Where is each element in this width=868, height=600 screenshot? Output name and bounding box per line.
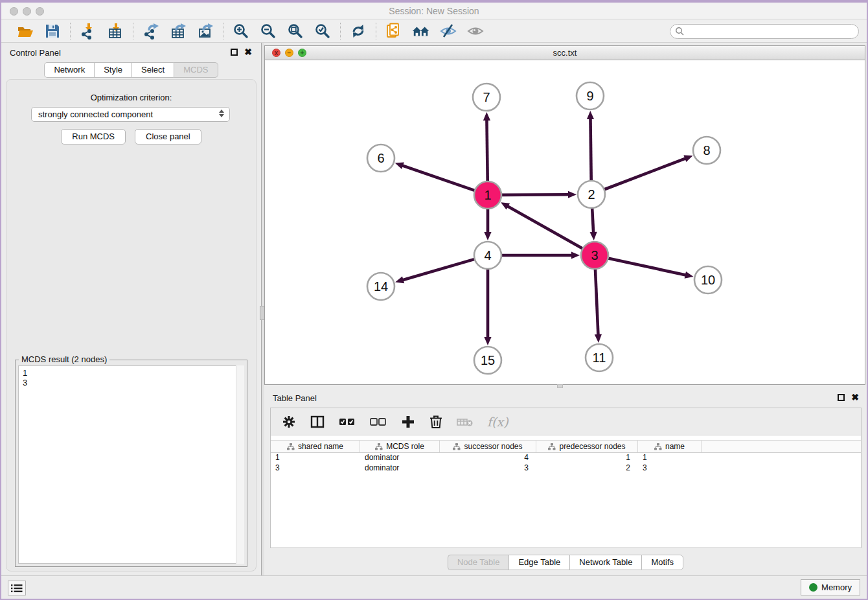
table-panel-tabs: Node TableEdge TableNetwork TableMotifs — [264, 555, 867, 570]
node-label-15: 15 — [481, 353, 495, 367]
app-window: Session: New Session Control Panel ✖ Net… — [0, 0, 868, 600]
arrowhead-1-6 — [395, 162, 404, 169]
table-panel: Table Panel ✖ f(x) shared nameMCDS roles… — [264, 388, 867, 575]
task-history-button[interactable] — [8, 581, 26, 595]
cell-successor-nodes: 4 — [440, 453, 536, 463]
edge-3-10[interactable] — [608, 258, 687, 275]
tab-node-table[interactable]: Node Table — [448, 555, 509, 570]
float-table-panel-icon[interactable] — [838, 394, 845, 401]
network-from-selection-button[interactable] — [385, 22, 403, 40]
table-settings-icon — [281, 414, 297, 430]
column-header-successor-nodes[interactable]: successor nodes — [440, 441, 536, 452]
result-scrollbar[interactable] — [236, 365, 244, 564]
tab-network[interactable]: Network — [44, 62, 94, 78]
search-input[interactable] — [685, 27, 847, 36]
criterion-dropdown[interactable]: strongly connected component — [31, 107, 230, 122]
first-neighbors-button[interactable] — [412, 22, 430, 40]
edge-1-7[interactable] — [486, 119, 487, 181]
control-panel: Control Panel ✖ NetworkStyleSelectMCDS O… — [1, 43, 262, 575]
control-panel-title: Control Panel — [10, 48, 61, 58]
mcds-result-text[interactable]: 1 3 — [18, 365, 244, 564]
tab-edge-table[interactable]: Edge Table — [508, 555, 569, 570]
save-session-button[interactable] — [43, 22, 62, 40]
deselect-all-button[interactable] — [369, 414, 387, 430]
node-label-3: 3 — [591, 248, 598, 262]
criterion-label: Optimization criterion: — [6, 93, 256, 102]
column-header-shared-name[interactable]: shared name — [271, 441, 360, 452]
column-header-name[interactable]: name — [638, 441, 702, 452]
refresh-button[interactable] — [349, 22, 367, 40]
node-label-14: 14 — [374, 279, 388, 294]
select-all-button[interactable] — [338, 414, 356, 430]
edge-3-11[interactable] — [595, 269, 599, 336]
edge-2-3[interactable] — [592, 208, 593, 233]
edge-3-1[interactable] — [507, 206, 583, 249]
close-panel-button[interactable]: Close panel — [135, 129, 201, 144]
edge-1-2[interactable] — [501, 194, 569, 195]
export-network-button[interactable] — [142, 22, 160, 40]
cell-MCDS-role: dominator — [360, 453, 440, 463]
search-box[interactable] — [670, 24, 859, 39]
control-panel-tabs: NetworkStyleSelectMCDS — [1, 62, 261, 78]
zoom-selected-icon — [314, 23, 331, 40]
first-neighbors-icon — [412, 23, 430, 40]
run-mcds-button[interactable]: Run MCDS — [61, 129, 126, 144]
tab-network-table[interactable]: Network Table — [569, 555, 641, 570]
import-network-button[interactable] — [79, 22, 97, 40]
cell-name: 3 — [638, 463, 702, 474]
export-table-button[interactable] — [169, 22, 187, 40]
column-type-icon — [453, 443, 461, 450]
node-label-1: 1 — [484, 188, 491, 202]
network-view-window: x − + scc.txt 1234678910111415 — [264, 45, 865, 385]
memory-button[interactable]: Memory — [801, 579, 860, 595]
export-image-icon — [197, 23, 214, 40]
column-header-MCDS-role[interactable]: MCDS role — [360, 441, 440, 452]
zoom-in-button[interactable] — [232, 22, 250, 40]
table-settings-button[interactable] — [281, 414, 297, 430]
edge-4-14[interactable] — [402, 259, 475, 281]
title-bar: Session: New Session — [1, 3, 867, 19]
add-row-button[interactable] — [400, 414, 416, 430]
table-row[interactable]: 1dominator411 — [271, 453, 861, 463]
zoom-out-button[interactable] — [259, 22, 277, 40]
open-file-button[interactable] — [16, 22, 34, 40]
show-all-button[interactable] — [466, 22, 485, 40]
select-all-icon — [338, 414, 356, 430]
zoom-selected-button[interactable] — [314, 22, 332, 40]
node-table-container: f(x) shared nameMCDS rolesuccessor nodes… — [270, 408, 862, 548]
delete-row-button[interactable] — [429, 414, 443, 430]
column-header-label: successor nodes — [464, 442, 522, 451]
zoom-out-icon — [260, 23, 277, 40]
tab-mcds[interactable]: MCDS — [174, 62, 218, 78]
cell-predecessor-nodes: 1 — [536, 453, 638, 463]
edge-2-9[interactable] — [590, 118, 591, 181]
open-file-icon — [17, 23, 34, 40]
arrowhead-4-15 — [484, 337, 491, 345]
float-panel-icon[interactable] — [231, 49, 238, 56]
function-icon: f(x) — [487, 415, 508, 429]
tab-style[interactable]: Style — [94, 62, 131, 78]
column-header-predecessor-nodes[interactable]: predecessor nodes — [536, 441, 638, 452]
refresh-icon — [350, 23, 367, 40]
network-canvas[interactable]: 1234678910111415 — [265, 60, 865, 384]
split-panel-button[interactable] — [310, 414, 325, 430]
tab-motifs[interactable]: Motifs — [641, 555, 683, 570]
close-table-panel-icon[interactable]: ✖ — [851, 392, 859, 402]
arrowhead-1-4 — [484, 232, 491, 240]
node-label-4: 4 — [484, 248, 491, 262]
hide-selected-button[interactable] — [439, 22, 457, 40]
edge-1-6[interactable] — [402, 165, 475, 190]
import-table-button[interactable] — [106, 22, 124, 40]
arrowhead-2-8 — [683, 156, 692, 162]
mcds-result-group: MCDS result (2 nodes) 1 3 — [15, 360, 247, 567]
close-panel-icon[interactable]: ✖ — [244, 47, 252, 57]
zoom-fit-button[interactable] — [286, 22, 304, 40]
node-label-8: 8 — [703, 143, 710, 157]
edge-2-8[interactable] — [604, 158, 687, 189]
delete-row-icon — [429, 414, 443, 430]
tab-select[interactable]: Select — [131, 62, 174, 78]
export-image-button[interactable] — [196, 22, 214, 40]
table-row[interactable]: 3dominator323 — [271, 463, 861, 474]
arrowhead-4-3 — [571, 251, 580, 259]
save-session-icon — [44, 23, 61, 40]
